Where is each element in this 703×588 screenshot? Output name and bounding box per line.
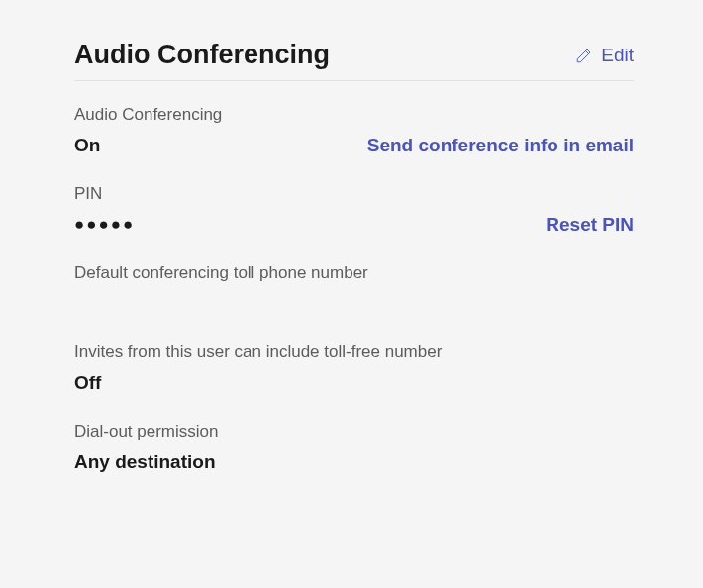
toll-free-value: Off: [74, 372, 634, 394]
edit-label: Edit: [601, 45, 634, 66]
audio-conferencing-value: On: [74, 135, 100, 156]
audio-conferencing-label: Audio Conferencing: [74, 105, 634, 125]
dial-out-value: Any destination: [74, 451, 634, 473]
page-title: Audio Conferencing: [74, 40, 330, 70]
pin-value: ●●●●●: [74, 215, 135, 235]
pin-field: PIN ●●●●● Reset PIN: [74, 184, 634, 236]
header-row: Audio Conferencing Edit: [74, 40, 634, 81]
pin-value-row: ●●●●● Reset PIN: [74, 214, 634, 236]
toll-free-label: Invites from this user can include toll-…: [74, 343, 634, 362]
pin-label: PIN: [74, 184, 634, 204]
dial-out-field: Dial-out permission Any destination: [74, 422, 634, 473]
toll-free-field: Invites from this user can include toll-…: [74, 343, 634, 394]
send-conference-info-link[interactable]: Send conference info in email: [367, 135, 634, 156]
toll-number-field: Default conferencing toll phone number: [74, 263, 634, 283]
audio-conferencing-value-row: On Send conference info in email: [74, 135, 634, 156]
pencil-icon: [575, 47, 593, 64]
reset-pin-link[interactable]: Reset PIN: [546, 214, 634, 236]
audio-conferencing-field: Audio Conferencing On Send conference in…: [74, 105, 634, 156]
toll-number-label: Default conferencing toll phone number: [74, 263, 634, 283]
dial-out-label: Dial-out permission: [74, 422, 634, 441]
edit-button[interactable]: Edit: [575, 45, 634, 66]
